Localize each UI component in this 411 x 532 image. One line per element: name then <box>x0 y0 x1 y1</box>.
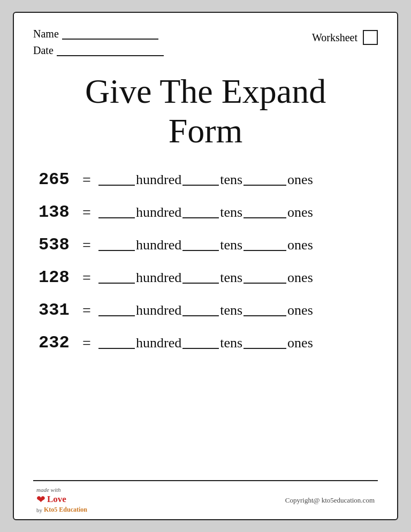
unit-hundred-2: hundred <box>136 204 181 221</box>
problem-row: 265 = hundred tens ones <box>39 163 372 196</box>
brand-label: Kto5 Education <box>44 506 87 514</box>
by-label: by <box>36 507 42 513</box>
worksheet-page: Name Date Worksheet Give The Expand Form… <box>13 12 398 520</box>
blank-ones-3[interactable] <box>243 239 286 251</box>
unit-ones-6: ones <box>287 335 313 351</box>
blank-tens-3[interactable] <box>182 239 219 251</box>
unit-hundred-6: hundred <box>136 335 181 351</box>
footer-right: Copyright@ kto5education.com <box>285 496 375 505</box>
unit-ones-2: ones <box>287 204 313 221</box>
unit-ones-5: ones <box>287 302 313 318</box>
blank-hundred-4[interactable] <box>98 272 135 284</box>
footer: made with ❤ Love by Kto5 Education Copyr… <box>33 480 378 519</box>
name-line: Name <box>33 28 164 40</box>
date-underline <box>57 45 164 56</box>
worksheet-label: Worksheet <box>312 32 357 44</box>
title-section: Give The Expand Form <box>33 72 378 150</box>
blank-ones-2[interactable] <box>243 207 286 218</box>
unit-hundred-3: hundred <box>136 237 181 253</box>
made-with-label: made with <box>36 487 61 493</box>
blank-tens-4[interactable] <box>182 272 219 284</box>
problem-number-3: 538 <box>39 235 76 255</box>
blank-ones-4[interactable] <box>243 272 286 284</box>
equals-sign-6: = <box>76 335 97 352</box>
equals-sign-1: = <box>76 171 97 188</box>
problem-row: 138 = hundred tens ones <box>39 196 372 229</box>
unit-tens-3: tens <box>220 237 242 253</box>
equals-sign-4: = <box>76 269 97 286</box>
heart-icon: ❤ <box>36 493 45 506</box>
blank-ones-1[interactable] <box>243 174 286 186</box>
header-right: Worksheet <box>312 30 378 45</box>
blank-tens-5[interactable] <box>182 305 219 316</box>
unit-hundred-5: hundred <box>136 302 181 318</box>
unit-tens-4: tens <box>220 270 242 286</box>
name-underline <box>62 29 158 40</box>
problem-number-5: 331 <box>39 300 76 320</box>
unit-tens-1: tens <box>220 172 242 188</box>
problem-row: 128 = hundred tens ones <box>39 261 372 294</box>
header: Name Date Worksheet <box>33 28 378 57</box>
love-label: Love <box>47 494 66 505</box>
blank-hundred-2[interactable] <box>98 207 135 218</box>
date-label: Date <box>33 44 54 57</box>
footer-left: made with ❤ Love by Kto5 Education <box>36 487 87 514</box>
unit-ones-1: ones <box>287 172 313 188</box>
blank-ones-6[interactable] <box>243 337 286 349</box>
unit-hundred-4: hundred <box>136 270 181 286</box>
blank-ones-5[interactable] <box>243 305 286 316</box>
unit-tens-2: tens <box>220 204 242 221</box>
header-left: Name Date <box>33 28 164 57</box>
blank-hundred-1[interactable] <box>98 174 135 186</box>
equals-sign-5: = <box>76 302 97 319</box>
blank-tens-1[interactable] <box>182 174 219 186</box>
problem-number-2: 138 <box>39 202 76 222</box>
problem-row: 232 = hundred tens ones <box>39 326 372 359</box>
copyright-text: Copyright@ kto5education.com <box>285 496 375 504</box>
blank-hundred-5[interactable] <box>98 305 135 316</box>
problem-number-1: 265 <box>39 170 76 189</box>
blank-tens-2[interactable] <box>182 207 219 218</box>
date-line: Date <box>33 44 164 57</box>
unit-hundred-1: hundred <box>136 172 181 188</box>
unit-ones-3: ones <box>287 237 313 253</box>
unit-tens-6: tens <box>220 335 242 351</box>
unit-tens-5: tens <box>220 302 242 318</box>
name-label: Name <box>33 28 59 40</box>
problem-number-6: 232 <box>39 333 76 353</box>
blank-tens-6[interactable] <box>182 337 219 349</box>
equals-sign-3: = <box>76 237 97 254</box>
problem-row: 331 = hundred tens ones <box>39 294 372 326</box>
problems-section: 265 = hundred tens ones 138 = hundred te… <box>33 163 378 475</box>
unit-ones-4: ones <box>287 270 313 286</box>
worksheet-checkbox[interactable] <box>363 30 378 45</box>
problem-row: 538 = hundred tens ones <box>39 229 372 261</box>
problem-number-4: 128 <box>39 268 76 287</box>
blank-hundred-3[interactable] <box>98 239 135 251</box>
blank-hundred-6[interactable] <box>98 337 135 349</box>
equals-sign-2: = <box>76 204 97 221</box>
title-heading: Give The Expand Form <box>33 72 378 150</box>
